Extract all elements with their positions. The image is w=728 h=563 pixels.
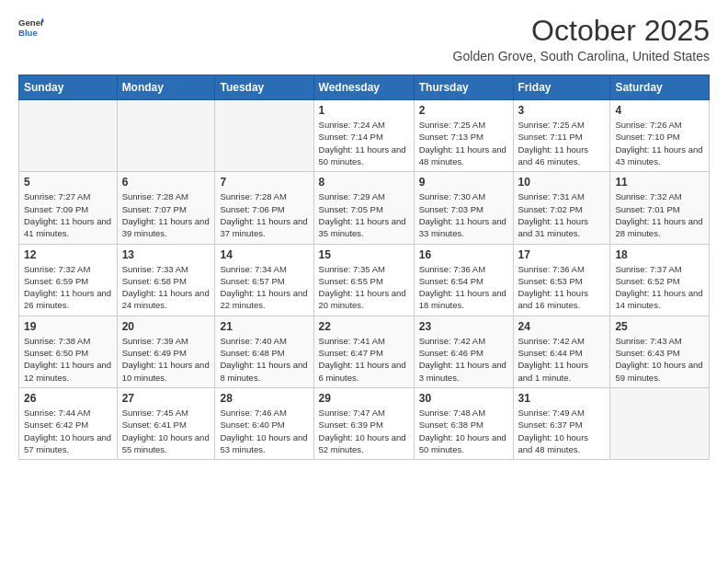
day-number: 16 [419,248,508,261]
day-number: 4 [615,104,704,117]
calendar-cell: 3Sunrise: 7:25 AMSunset: 7:11 PMDaylight… [513,100,610,172]
day-number: 31 [518,392,606,405]
day-info: Sunrise: 7:41 AMSunset: 6:47 PMDaylight:… [319,335,409,384]
day-info: Sunrise: 7:45 AMSunset: 6:41 PMDaylight:… [122,407,210,455]
day-info: Sunrise: 7:40 AMSunset: 6:48 PMDaylight:… [220,335,308,384]
day-info: Sunrise: 7:48 AMSunset: 6:38 PMDaylight:… [419,407,508,455]
day-info: Sunrise: 7:36 AMSunset: 6:53 PMDaylight:… [518,263,606,312]
calendar-cell: 25Sunrise: 7:43 AMSunset: 6:43 PMDayligh… [610,316,710,387]
day-info: Sunrise: 7:29 AMSunset: 7:05 PMDaylight:… [319,190,409,239]
weekday-header-monday: Monday [117,75,215,100]
day-number: 22 [319,320,409,333]
weekday-header-thursday: Thursday [414,75,513,100]
day-info: Sunrise: 7:42 AMSunset: 6:46 PMDaylight:… [419,335,508,384]
day-info: Sunrise: 7:33 AMSunset: 6:58 PMDaylight:… [122,263,210,312]
day-info: Sunrise: 7:38 AMSunset: 6:50 PMDaylight:… [24,335,112,384]
calendar-cell: 30Sunrise: 7:48 AMSunset: 6:38 PMDayligh… [414,387,513,459]
title-block: October 2025 Golden Grove, South Carolin… [453,15,710,63]
day-info: Sunrise: 7:39 AMSunset: 6:49 PMDaylight:… [122,335,210,384]
day-info: Sunrise: 7:44 AMSunset: 6:42 PMDaylight:… [24,407,112,455]
day-info: Sunrise: 7:30 AMSunset: 7:03 PMDaylight:… [419,190,508,239]
day-number: 10 [518,176,606,189]
calendar-cell: 18Sunrise: 7:37 AMSunset: 6:52 PMDayligh… [610,244,710,316]
day-info: Sunrise: 7:47 AMSunset: 6:39 PMDaylight:… [319,407,409,455]
calendar-cell [215,100,313,172]
calendar-cell: 1Sunrise: 7:24 AMSunset: 7:14 PMDaylight… [313,100,414,172]
day-info: Sunrise: 7:34 AMSunset: 6:57 PMDaylight:… [220,263,308,312]
day-info: Sunrise: 7:32 AMSunset: 6:59 PMDaylight:… [24,263,112,312]
calendar-cell: 19Sunrise: 7:38 AMSunset: 6:50 PMDayligh… [19,316,118,387]
calendar-cell: 17Sunrise: 7:36 AMSunset: 6:53 PMDayligh… [513,244,610,316]
day-info: Sunrise: 7:26 AMSunset: 7:10 PMDaylight:… [615,119,704,167]
calendar-cell: 8Sunrise: 7:29 AMSunset: 7:05 PMDaylight… [313,172,414,244]
calendar-cell: 11Sunrise: 7:32 AMSunset: 7:01 PMDayligh… [610,172,710,244]
day-number: 13 [122,248,210,261]
calendar-cell: 6Sunrise: 7:28 AMSunset: 7:07 PMDaylight… [117,172,215,244]
weekday-header-saturday: Saturday [610,75,710,100]
day-number: 6 [122,176,210,189]
weekday-header-sunday: Sunday [19,75,118,100]
logo: General Blue [18,15,46,40]
weekday-header-row: SundayMondayTuesdayWednesdayThursdayFrid… [19,75,710,100]
calendar-cell [117,100,215,172]
calendar-cell: 16Sunrise: 7:36 AMSunset: 6:54 PMDayligh… [414,244,513,316]
day-number: 8 [319,176,409,189]
day-number: 2 [419,104,508,117]
day-number: 3 [518,104,606,117]
calendar-cell: 28Sunrise: 7:46 AMSunset: 6:40 PMDayligh… [215,387,313,459]
calendar-cell: 24Sunrise: 7:42 AMSunset: 6:44 PMDayligh… [513,316,610,387]
day-info: Sunrise: 7:28 AMSunset: 7:06 PMDaylight:… [220,190,308,239]
calendar-cell: 15Sunrise: 7:35 AMSunset: 6:55 PMDayligh… [313,244,414,316]
svg-text:General: General [18,17,44,28]
day-info: Sunrise: 7:42 AMSunset: 6:44 PMDaylight:… [518,335,606,384]
day-info: Sunrise: 7:31 AMSunset: 7:02 PMDaylight:… [518,190,606,239]
calendar-cell [610,387,710,459]
weekday-header-wednesday: Wednesday [313,75,414,100]
calendar-cell: 26Sunrise: 7:44 AMSunset: 6:42 PMDayligh… [19,387,118,459]
calendar-cell: 7Sunrise: 7:28 AMSunset: 7:06 PMDaylight… [215,172,313,244]
day-info: Sunrise: 7:28 AMSunset: 7:07 PMDaylight:… [122,190,210,239]
calendar-cell [19,100,118,172]
calendar-cell: 2Sunrise: 7:25 AMSunset: 7:13 PMDaylight… [414,100,513,172]
day-number: 5 [24,176,112,189]
day-number: 21 [220,320,308,333]
day-number: 15 [319,248,409,261]
weekday-header-friday: Friday [513,75,610,100]
day-number: 23 [419,320,508,333]
day-info: Sunrise: 7:32 AMSunset: 7:01 PMDaylight:… [615,190,704,239]
day-number: 30 [419,392,508,405]
svg-text:Blue: Blue [18,28,38,38]
calendar-cell: 31Sunrise: 7:49 AMSunset: 6:37 PMDayligh… [513,387,610,459]
day-number: 9 [419,176,508,189]
day-number: 25 [615,320,704,333]
calendar-cell: 22Sunrise: 7:41 AMSunset: 6:47 PMDayligh… [313,316,414,387]
day-number: 18 [615,248,704,261]
calendar-week-row: 19Sunrise: 7:38 AMSunset: 6:50 PMDayligh… [19,316,710,387]
day-info: Sunrise: 7:46 AMSunset: 6:40 PMDaylight:… [220,407,308,455]
calendar-week-row: 26Sunrise: 7:44 AMSunset: 6:42 PMDayligh… [19,387,710,459]
header: General Blue October 2025 Golden Grove, … [18,15,710,63]
day-number: 14 [220,248,308,261]
day-number: 24 [518,320,606,333]
day-number: 29 [319,392,409,405]
main-title: October 2025 [453,15,710,47]
day-number: 7 [220,176,308,189]
calendar-week-row: 12Sunrise: 7:32 AMSunset: 6:59 PMDayligh… [19,244,710,316]
subtitle: Golden Grove, South Carolina, United Sta… [453,49,710,63]
calendar-cell: 4Sunrise: 7:26 AMSunset: 7:10 PMDaylight… [610,100,710,172]
day-number: 27 [122,392,210,405]
day-number: 19 [24,320,112,333]
day-number: 26 [24,392,112,405]
calendar-cell: 9Sunrise: 7:30 AMSunset: 7:03 PMDaylight… [414,172,513,244]
page: General Blue October 2025 Golden Grove, … [0,0,728,563]
day-number: 17 [518,248,606,261]
calendar-week-row: 5Sunrise: 7:27 AMSunset: 7:09 PMDaylight… [19,172,710,244]
day-info: Sunrise: 7:37 AMSunset: 6:52 PMDaylight:… [615,263,704,312]
calendar-cell: 21Sunrise: 7:40 AMSunset: 6:48 PMDayligh… [215,316,313,387]
calendar-cell: 23Sunrise: 7:42 AMSunset: 6:46 PMDayligh… [414,316,513,387]
calendar-week-row: 1Sunrise: 7:24 AMSunset: 7:14 PMDaylight… [19,100,710,172]
day-info: Sunrise: 7:43 AMSunset: 6:43 PMDaylight:… [615,335,704,384]
day-info: Sunrise: 7:25 AMSunset: 7:13 PMDaylight:… [419,119,508,167]
day-info: Sunrise: 7:24 AMSunset: 7:14 PMDaylight:… [319,119,409,167]
calendar-cell: 29Sunrise: 7:47 AMSunset: 6:39 PMDayligh… [313,387,414,459]
